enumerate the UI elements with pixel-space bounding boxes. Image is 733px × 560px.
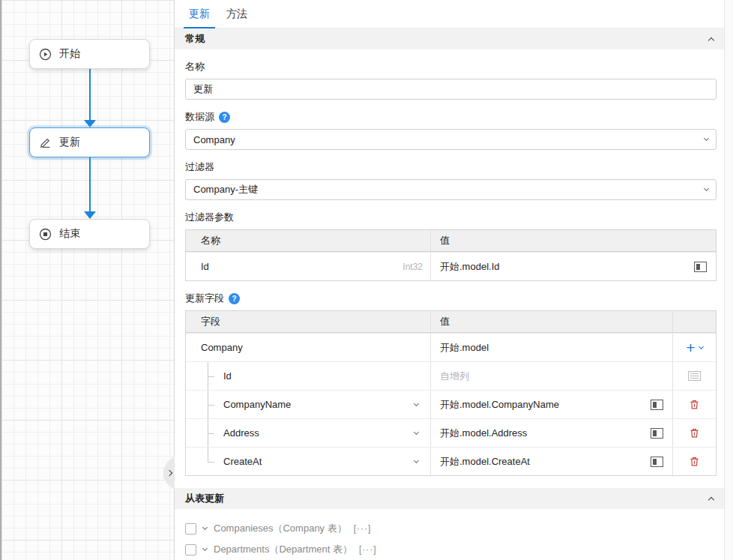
value-editor-icon[interactable] bbox=[694, 262, 707, 272]
tab-update[interactable]: 更新 bbox=[184, 1, 215, 28]
node-label: 结束 bbox=[59, 227, 80, 241]
filter-params-table: 名称 值 Id Int32 开始.model.Id bbox=[185, 229, 717, 281]
table-row-company: Company 开始.model + bbox=[186, 333, 716, 361]
chevron-down-icon bbox=[704, 186, 709, 191]
chevron-down-icon[interactable] bbox=[414, 400, 419, 406]
more-options-button[interactable]: [···] bbox=[359, 544, 377, 555]
col-header-value: 值 bbox=[431, 230, 716, 251]
delete-row-button[interactable] bbox=[690, 400, 699, 409]
field-name: Address bbox=[223, 427, 259, 439]
col-header-value: 值 bbox=[431, 311, 672, 332]
chevron-down-icon bbox=[699, 343, 704, 349]
subtable-label: Departments（Department 表） bbox=[214, 543, 352, 556]
more-options-button[interactable]: [···] bbox=[354, 523, 372, 534]
arrowhead-icon bbox=[84, 211, 96, 219]
param-value-cell: 开始.model.Id bbox=[431, 253, 716, 280]
value-cell: 开始.model bbox=[431, 334, 672, 361]
flow-canvas[interactable]: 开始 更新 结束 bbox=[0, 0, 175, 560]
filter-label: 过滤器 bbox=[185, 160, 717, 174]
value-cell: 开始.model.CreateAt bbox=[431, 448, 672, 475]
flow-node-update[interactable]: 更新 bbox=[29, 127, 150, 157]
name-label: 名称 bbox=[185, 60, 717, 73]
field-value: 开始.model.CompanyName bbox=[440, 398, 559, 412]
filter-select[interactable]: Company-主键 bbox=[185, 179, 717, 200]
field-value: 开始.model.CreateAt bbox=[440, 455, 530, 469]
update-fields-label: 更新字段 ? bbox=[185, 292, 717, 305]
param-type: Int32 bbox=[402, 262, 423, 272]
field-name: Id bbox=[223, 370, 232, 382]
col-header-actions bbox=[672, 311, 716, 332]
node-label: 更新 bbox=[59, 136, 80, 149]
name-input[interactable] bbox=[185, 79, 717, 100]
subtable-row-companieses: Companieses（Company 表） [···] bbox=[185, 518, 714, 539]
delete-row-button[interactable] bbox=[690, 457, 699, 466]
field-name: Company bbox=[201, 342, 243, 353]
panel-scrollbar[interactable] bbox=[724, 0, 733, 560]
datasource-select[interactable]: Company bbox=[185, 129, 717, 150]
chevron-right-icon bbox=[166, 470, 172, 476]
field-value: 开始.model.Address bbox=[440, 427, 527, 440]
field-cell: Company bbox=[186, 334, 431, 361]
flow-node-start[interactable]: 开始 bbox=[29, 39, 150, 69]
subtable-row-departments: Departments（Department 表） [···] bbox=[185, 539, 714, 560]
actions-cell bbox=[672, 391, 716, 418]
table-row-id: Id 自增列 bbox=[186, 361, 716, 390]
value-editor-icon[interactable] bbox=[651, 457, 663, 467]
readonly-value-icon bbox=[688, 371, 701, 381]
chevron-down-icon[interactable] bbox=[202, 546, 208, 551]
value-cell: 自增列 bbox=[431, 362, 672, 390]
properties-panel: 更新 方法 常规 名称 数据源 ? Company 过滤器 bbox=[175, 0, 733, 560]
datasource-label-text: 数据源 bbox=[185, 110, 214, 124]
arrowhead-icon bbox=[84, 120, 96, 127]
delete-row-button[interactable] bbox=[690, 428, 699, 438]
table-row-createat: CreateAt 开始.model.CreateAt bbox=[186, 447, 716, 475]
chevron-down-icon[interactable] bbox=[414, 429, 419, 434]
col-header-name: 名称 bbox=[186, 230, 431, 251]
actions-cell bbox=[672, 448, 716, 475]
field-value: 开始.model bbox=[440, 341, 489, 355]
value-cell: 开始.model.Address bbox=[431, 419, 672, 447]
checkbox[interactable] bbox=[185, 544, 196, 556]
value-editor-icon[interactable] bbox=[651, 428, 663, 439]
value-cell: 开始.model.CompanyName bbox=[431, 391, 672, 418]
edge-update-end bbox=[89, 157, 91, 213]
chevron-up-icon bbox=[708, 496, 714, 502]
panel-tabbar: 更新 方法 bbox=[175, 0, 733, 28]
field-name: CompanyName bbox=[223, 399, 291, 410]
param-name: Id bbox=[201, 261, 209, 272]
play-circle-icon bbox=[39, 48, 52, 61]
help-icon[interactable]: ? bbox=[229, 293, 240, 304]
section-title: 常规 bbox=[185, 32, 205, 46]
section-header-subtables[interactable]: 从表更新 bbox=[175, 488, 724, 509]
section-body-subtables: Companieses（Company 表） [···] Departments… bbox=[175, 509, 724, 560]
field-cell: Id bbox=[186, 362, 431, 390]
add-field-button[interactable]: + bbox=[686, 340, 702, 355]
app-window: 开始 更新 结束 更新 方法 常规 bbox=[0, 0, 733, 560]
param-name-cell: Id Int32 bbox=[186, 253, 431, 280]
subtable-label: Companieses（Company 表） bbox=[214, 522, 347, 535]
datasource-selected-value: Company bbox=[193, 134, 235, 145]
panel-collapse-handle[interactable] bbox=[163, 456, 175, 490]
chevron-up-icon bbox=[708, 37, 714, 43]
field-cell: CreateAt bbox=[186, 448, 431, 475]
chevron-down-icon[interactable] bbox=[414, 457, 419, 463]
field-cell: CompanyName bbox=[186, 391, 431, 418]
section-title: 从表更新 bbox=[185, 492, 224, 505]
col-header-field: 字段 bbox=[186, 311, 431, 332]
chevron-down-icon[interactable] bbox=[202, 525, 208, 530]
stop-circle-icon bbox=[39, 228, 52, 241]
section-header-general[interactable]: 常规 bbox=[175, 28, 724, 49]
pencil-icon bbox=[39, 136, 52, 149]
table-header-row: 名称 值 bbox=[186, 230, 716, 252]
help-icon[interactable]: ? bbox=[219, 112, 230, 123]
tab-method[interactable]: 方法 bbox=[221, 1, 253, 28]
table-header-row: 字段 值 bbox=[186, 311, 716, 333]
field-cell: Address bbox=[186, 419, 431, 447]
flow-node-end[interactable]: 结束 bbox=[29, 219, 150, 249]
datasource-label: 数据源 ? bbox=[185, 110, 717, 124]
checkbox[interactable] bbox=[185, 523, 196, 535]
table-row-companyname: CompanyName 开始.model.CompanyName bbox=[186, 390, 716, 418]
filter-params-label: 过滤器参数 bbox=[185, 211, 717, 224]
update-fields-label-text: 更新字段 bbox=[185, 292, 224, 305]
value-editor-icon[interactable] bbox=[651, 400, 663, 410]
